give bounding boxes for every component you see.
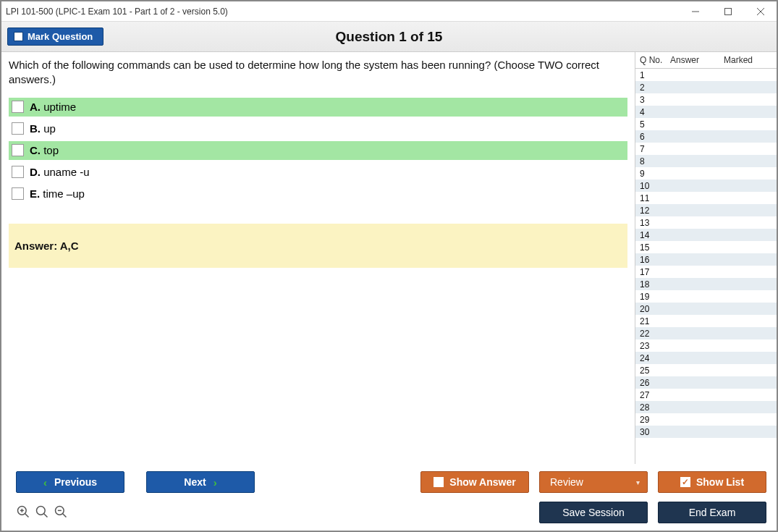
option-checkbox[interactable] [12,101,24,113]
option-label: E. time –up [30,187,85,200]
svg-line-9 [44,513,48,517]
question-list-row[interactable]: 9 [635,167,777,180]
zoom-out-icon[interactable] [54,504,68,521]
question-list-row[interactable]: 25 [635,364,777,376]
question-list-row[interactable]: 2 [635,81,777,93]
question-list-row[interactable]: 3 [635,93,777,106]
question-list-panel: Q No. Answer Marked 12345678910111213141… [635,52,777,464]
toolbar: Mark Question Question 1 of 15 [1,22,777,52]
question-list-row[interactable]: 18 [635,278,777,290]
chevron-left-icon: ‹ [43,476,47,489]
review-button[interactable]: Review ▾ [539,471,648,493]
option-checkbox[interactable] [12,166,24,178]
end-exam-label: End Exam [689,507,736,518]
footer: ‹ Previous Next › Show Answer Review ▾ ✓… [1,464,777,531]
option-label: B. up [30,122,56,135]
svg-rect-1 [724,8,731,14]
maximize-button[interactable] [711,1,744,22]
question-list-row[interactable]: 12 [635,204,777,216]
header-qno: Q No. [640,55,670,65]
question-list-row[interactable]: 20 [635,303,777,315]
end-exam-button[interactable]: End Exam [658,502,766,523]
review-label: Review [550,476,583,488]
chevron-down-icon: ▾ [636,478,640,486]
app-window: LPI 101-500 (LPIC-1 Exam 101 - Part 1 of… [0,0,778,532]
minimize-button[interactable] [679,1,711,22]
option-checkbox[interactable] [12,144,24,156]
option-label: C. top [30,144,59,156]
option-checkbox[interactable] [12,187,24,200]
show-answer-label: Show Answer [449,476,515,488]
option-row[interactable]: B. up [9,119,627,138]
question-list-row[interactable]: 21 [635,315,777,327]
question-list-row[interactable]: 30 [635,426,777,438]
svg-point-8 [37,506,46,515]
question-list-row[interactable]: 29 [635,413,777,426]
question-list-row[interactable]: 27 [635,389,777,401]
question-list-row[interactable]: 17 [635,266,777,278]
question-list-row[interactable]: 8 [635,155,777,167]
mark-question-button[interactable]: Mark Question [7,28,103,46]
chevron-right-icon: › [213,476,217,489]
option-row[interactable]: A. uptime [9,98,627,117]
show-list-button[interactable]: ✓ Show List [658,471,766,493]
question-list-row[interactable]: 16 [635,253,777,266]
question-list-body[interactable]: 1234567891011121314151617181920212223242… [635,69,777,464]
save-session-label: Save Session [562,507,625,518]
previous-button[interactable]: ‹ Previous [16,471,124,493]
next-label: Next [184,476,206,488]
window-controls [679,1,777,22]
show-answer-checkbox-icon [434,477,444,487]
header-marked: Marked [724,55,777,65]
answer-label: Answer: A,C [14,240,79,252]
question-list-row[interactable]: 26 [635,376,777,389]
svg-line-11 [63,513,67,517]
save-session-button[interactable]: Save Session [539,502,648,523]
options-list: A. uptimeB. upC. topD. uname -uE. time –… [9,98,627,203]
question-text: Which of the following commands can be u… [9,58,627,88]
body: Which of the following commands can be u… [1,52,777,464]
show-list-label: Show List [696,476,744,488]
question-list-row[interactable]: 13 [635,216,777,229]
option-label: D. uname -u [30,166,90,178]
show-answer-button[interactable]: Show Answer [420,471,529,493]
option-label: A. uptime [30,101,76,113]
question-title: Question 1 of 15 [336,29,443,45]
titlebar: LPI 101-500 (LPIC-1 Exam 101 - Part 1 of… [1,1,777,22]
svg-line-5 [25,513,29,517]
question-list-row[interactable]: 24 [635,352,777,364]
option-row[interactable]: D. uname -u [9,163,627,182]
answer-box: Answer: A,C [9,224,627,268]
next-button[interactable]: Next › [146,471,255,493]
close-button[interactable] [744,1,777,22]
question-list-row[interactable]: 5 [635,118,777,130]
option-checkbox[interactable] [12,122,24,135]
header-answer: Answer [670,55,724,65]
zoom-controls [16,504,68,521]
question-list-row[interactable]: 7 [635,143,777,155]
option-row[interactable]: C. top [9,141,627,160]
question-list-row[interactable]: 28 [635,401,777,413]
mark-checkbox-icon [14,32,23,41]
question-list-row[interactable]: 15 [635,241,777,253]
question-list-row[interactable]: 22 [635,327,777,339]
question-list-row[interactable]: 1 [635,69,777,81]
previous-label: Previous [54,476,97,488]
show-list-checkbox-icon: ✓ [680,477,690,487]
question-panel: Which of the following commands can be u… [1,52,635,464]
question-list-row[interactable]: 6 [635,130,777,143]
window-title: LPI 101-500 (LPIC-1 Exam 101 - Part 1 of… [6,7,228,17]
zoom-reset-icon[interactable] [35,504,49,521]
mark-label: Mark Question [28,31,93,42]
option-row[interactable]: E. time –up [9,185,627,203]
nav-buttons-row: ‹ Previous Next › Show Answer Review ▾ ✓… [16,471,766,493]
question-list-row[interactable]: 4 [635,106,777,118]
question-list-row[interactable]: 11 [635,192,777,204]
question-list-row[interactable]: 10 [635,180,777,192]
question-list-row[interactable]: 14 [635,229,777,241]
question-list-header: Q No. Answer Marked [635,52,777,69]
question-list-row[interactable]: 19 [635,290,777,303]
question-list-row[interactable]: 23 [635,339,777,352]
zoom-in-icon[interactable] [16,504,30,521]
util-buttons-row: Save Session End Exam [16,502,766,523]
